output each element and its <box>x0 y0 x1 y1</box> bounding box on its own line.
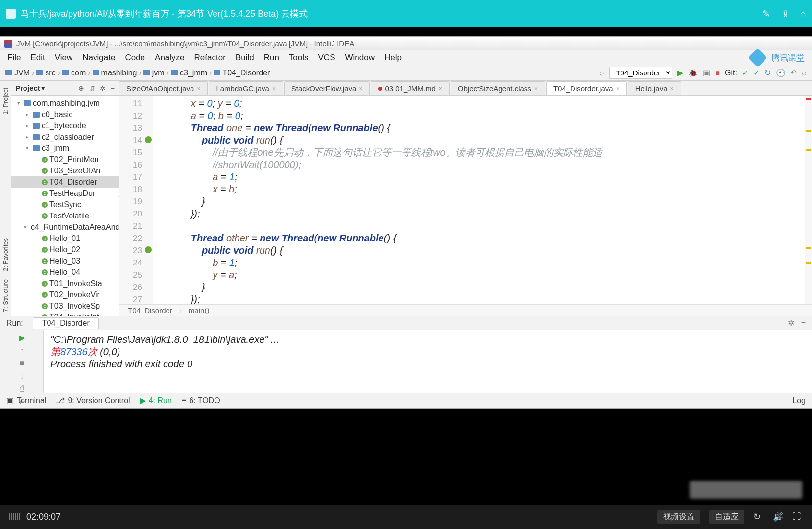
run-hide-icon[interactable]: − <box>801 318 806 328</box>
run-settings-icon[interactable]: ✲ <box>788 318 794 328</box>
menu-view[interactable]: View <box>51 51 77 64</box>
tab-03 01_JMM.md[interactable]: 03 01_JMM.md× <box>371 81 449 95</box>
menu-window[interactable]: Window <box>341 51 379 64</box>
settings-icon[interactable]: ✲ <box>100 84 106 92</box>
rerun-icon[interactable]: ▶ <box>16 333 28 342</box>
breadcrumb-mashibing[interactable]: mashibing <box>93 69 137 77</box>
tree-T04_Disorder[interactable]: cT04_Disorder <box>11 176 119 188</box>
tree-Hello_02[interactable]: cHello_02 <box>11 244 119 255</box>
tab-LambdaGC.java[interactable]: LambdaGC.java× <box>209 81 283 95</box>
tree-c4_RuntimeDataAreaAndInstructionSet[interactable]: ▾c4_RuntimeDataAreaAndInstructionSet <box>11 221 119 233</box>
tree-T03_InvokeSp[interactable]: cT03_InvokeSp <box>11 300 119 312</box>
refresh-icon[interactable]: ↻ <box>753 511 764 522</box>
menu-build[interactable]: Build <box>232 51 258 64</box>
run-icon[interactable]: ▶ <box>677 68 683 77</box>
menu-navigate[interactable]: Navigate <box>78 51 119 64</box>
app-title: 马士兵/java/python/AI/从零到年薪百万 - 第34节 Ver(1.… <box>21 8 308 20</box>
tab-terminal[interactable]: ▣ Terminal <box>6 396 46 405</box>
code[interactable]: x = 0; y = 0; a = 0; b = 0; Thread one =… <box>153 96 812 304</box>
tab-ObjectSizeAgent.class[interactable]: ObjectSizeAgent.class× <box>451 81 545 95</box>
export-icon[interactable]: ⎙ <box>16 385 28 393</box>
run-config-select[interactable]: T04_Disorder <box>609 67 672 79</box>
tree-com.mashibing.jvm[interactable]: ▾com.mashibing.jvm <box>11 97 119 109</box>
edit-icon[interactable]: ✎ <box>762 8 770 20</box>
hide-icon[interactable]: − <box>111 84 115 92</box>
tab-Hello.java[interactable]: Hello.java× <box>628 81 681 95</box>
locate-icon[interactable]: ⊕ <box>78 84 84 92</box>
git-update-icon[interactable]: ↻ <box>764 68 771 77</box>
tree-T04_InvokeInt[interactable]: cT04_InvokeInt <box>11 312 119 316</box>
git-label: Git: <box>725 69 737 77</box>
tree-T03_SizeOfAn[interactable]: cT03_SizeOfAn <box>11 165 119 176</box>
code-breadcrumb: T04_Disorder › main() <box>119 304 812 316</box>
breadcrumb-T04_Disorder[interactable]: T04_Disorder <box>214 69 270 77</box>
tree-T02_PrintMen[interactable]: cT02_PrintMen <box>11 154 119 165</box>
tool-project[interactable]: 1: Project <box>2 88 9 115</box>
git-history-icon[interactable]: 🕘 <box>776 68 786 77</box>
menu-refactor[interactable]: Refactor <box>191 51 230 64</box>
error-stripe[interactable] <box>805 96 812 304</box>
git-commit-icon[interactable]: ✓ <box>753 68 760 77</box>
tree-TestVolatile[interactable]: cTestVolatile <box>11 210 119 221</box>
tab-todo[interactable]: ≡ 6: TODO <box>182 396 220 405</box>
tree-TestSync[interactable]: cTestSync <box>11 199 119 210</box>
tool-structure[interactable]: 7: Structure <box>2 279 9 312</box>
fullscreen-icon[interactable]: ⛶ <box>792 511 803 522</box>
menu-analyze[interactable]: Analyze <box>151 51 189 64</box>
coverage-icon[interactable]: ▣ <box>703 68 710 77</box>
tree-T01_InvokeSta[interactable]: cT01_InvokeSta <box>11 278 119 289</box>
breadcrumb-c3_jmm[interactable]: c3_jmm <box>171 69 207 77</box>
menu-edit[interactable]: Edit <box>26 51 48 64</box>
menu-code[interactable]: Code <box>121 51 149 64</box>
tree-c0_basic[interactable]: ▸c0_basic <box>11 109 119 120</box>
home-icon[interactable]: ⌂ <box>800 8 806 20</box>
breadcrumb-src[interactable]: src <box>36 69 55 77</box>
tree-Hello_01[interactable]: cHello_01 <box>11 233 119 244</box>
volume-icon[interactable]: 🔊 <box>773 511 784 522</box>
console[interactable]: "C:\Program Files\Java\jdk1.8.0_181\bin\… <box>44 330 812 393</box>
tab-StackOverFlow.java[interactable]: StackOverFlow.java× <box>284 81 370 95</box>
tree-Hello_04[interactable]: cHello_04 <box>11 266 119 278</box>
menu-vcs[interactable]: VCS <box>314 51 339 64</box>
project-tree[interactable]: ▾com.mashibing.jvm▸c0_basic▸c1_bytecode▸… <box>11 96 119 316</box>
code-area[interactable]: 1112131415161718192021222324252627 x = 0… <box>119 96 812 304</box>
debug-icon[interactable]: 🐞 <box>688 68 698 77</box>
event-log[interactable]: Log <box>792 396 806 405</box>
menu-tools[interactable]: Tools <box>285 51 312 64</box>
stop-icon[interactable]: ■ <box>715 69 720 77</box>
search-icon[interactable]: ⌕ <box>599 69 604 77</box>
collapse-icon[interactable]: ⇵ <box>89 84 95 92</box>
tab-T04_Disorder.java[interactable]: T04_Disorder.java× <box>546 81 627 95</box>
letterbox-top <box>0 27 812 36</box>
project-dropdown-icon[interactable]: ▾ <box>41 84 45 93</box>
tab-SizeOfAnObject.java[interactable]: SizeOfAnObject.java× <box>119 81 208 95</box>
tree-T02_InvokeVir[interactable]: cT02_InvokeVir <box>11 289 119 300</box>
menu-run[interactable]: Run <box>260 51 283 64</box>
menu-file[interactable]: File <box>3 51 24 64</box>
tree-c3_jmm[interactable]: ▾c3_jmm <box>11 143 119 154</box>
up-stack-icon[interactable]: ↑ <box>16 346 28 355</box>
tree-c2_classloader[interactable]: ▸c2_classloader <box>11 131 119 143</box>
tab-run[interactable]: ▶ 4: Run <box>140 396 172 405</box>
breadcrumb-com[interactable]: com <box>62 69 86 77</box>
breadcrumb-jvm[interactable]: jvm <box>143 69 165 77</box>
video-adaptive-button[interactable]: 自适应 <box>709 510 744 524</box>
git-branch-icon[interactable]: ✓ <box>742 68 748 77</box>
crumb-class[interactable]: T04_Disorder <box>128 306 172 314</box>
tree-c1_bytecode[interactable]: ▸c1_bytecode <box>11 120 119 131</box>
down-stack-icon[interactable]: ↓ <box>16 372 28 381</box>
tree-TestHeapDun[interactable]: cTestHeapDun <box>11 188 119 199</box>
breadcrumb-JVM[interactable]: JVM <box>5 69 30 77</box>
video-settings-button[interactable]: 视频设置 <box>657 510 700 524</box>
search-everywhere-icon[interactable]: ⌕ <box>802 69 807 77</box>
tree-Hello_03[interactable]: cHello_03 <box>11 255 119 266</box>
tool-favorites[interactable]: 2: Favorites <box>2 238 9 271</box>
stop-run-icon[interactable]: ■ <box>16 359 28 368</box>
tab-vcs[interactable]: ⎇ 9: Version Control <box>56 396 130 405</box>
run-config-tab[interactable]: T04_Disorder <box>33 317 99 329</box>
crumb-method[interactable]: main() <box>189 306 210 314</box>
share-icon[interactable]: ⇪ <box>781 8 789 20</box>
git-revert-icon[interactable]: ↶ <box>790 68 797 77</box>
workarea: 1: Project 2: Favorites 7: Structure Pro… <box>0 81 812 316</box>
menu-help[interactable]: Help <box>381 51 406 64</box>
